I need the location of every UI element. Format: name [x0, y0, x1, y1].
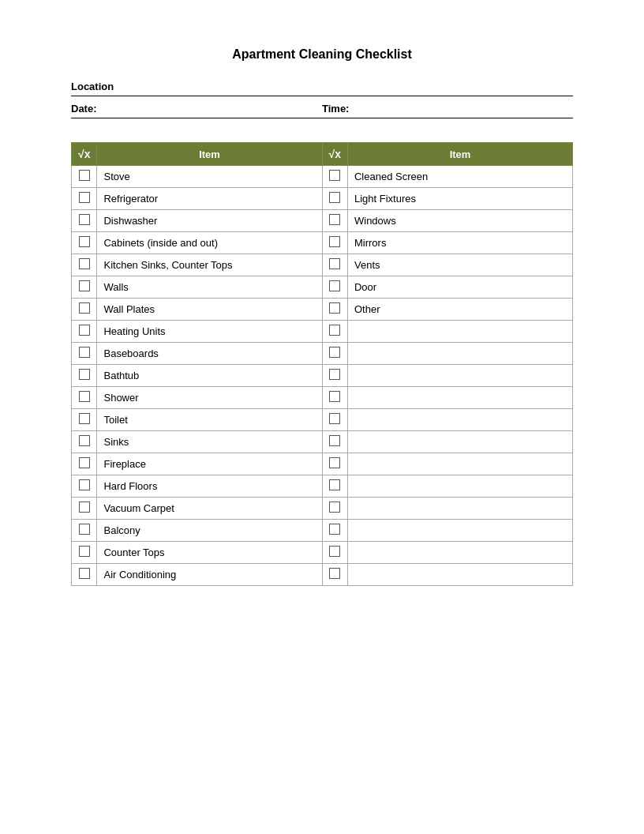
table-row: Heating Units [72, 321, 573, 343]
left-checkbox-cell[interactable] [72, 343, 97, 365]
right-checkbox[interactable] [329, 435, 340, 446]
right-item-cell [347, 343, 572, 365]
right-checkbox-cell[interactable] [322, 254, 347, 276]
left-checkbox-cell[interactable] [72, 188, 97, 210]
right-checkbox-cell[interactable] [322, 210, 347, 232]
right-checkbox[interactable] [329, 391, 340, 402]
right-checkbox-cell[interactable] [322, 343, 347, 365]
right-item-cell [347, 498, 572, 520]
right-checkbox-cell[interactable] [322, 564, 347, 586]
right-checkbox[interactable] [329, 302, 340, 314]
right-item-cell [347, 409, 572, 431]
left-checkbox[interactable] [79, 236, 90, 247]
left-checkbox[interactable] [79, 413, 90, 424]
left-checkbox[interactable] [79, 347, 90, 358]
right-checkbox[interactable] [329, 192, 340, 203]
right-checkbox-cell[interactable] [322, 188, 347, 210]
right-checkbox-cell[interactable] [322, 475, 347, 498]
left-item-cell: Counter Tops [97, 542, 322, 564]
right-item-cell [347, 542, 572, 564]
left-checkbox[interactable] [79, 258, 90, 269]
table-row: Sinks [72, 431, 573, 453]
sqrt-icon-left: √x [78, 148, 90, 160]
left-checkbox[interactable] [79, 457, 90, 468]
left-checkbox[interactable] [79, 391, 90, 402]
left-checkbox[interactable] [79, 214, 90, 225]
table-row: Shower [72, 387, 573, 409]
left-checkbox[interactable] [79, 479, 90, 490]
right-checkbox-cell[interactable] [322, 232, 347, 254]
left-item-cell: Shower [97, 387, 322, 409]
left-checkbox-cell[interactable] [72, 520, 97, 542]
left-checkbox-cell[interactable] [72, 453, 97, 475]
right-checkbox[interactable] [329, 524, 340, 535]
right-checkbox[interactable] [329, 546, 340, 557]
left-item-cell: Bathtub [97, 365, 322, 387]
left-checkbox[interactable] [79, 502, 90, 513]
right-checkbox[interactable] [329, 479, 340, 490]
right-checkbox[interactable] [329, 170, 340, 181]
right-checkbox[interactable] [329, 325, 340, 336]
location-label: Location [71, 81, 114, 92]
right-checkbox[interactable] [329, 258, 340, 269]
table-row: Balcony [72, 520, 573, 542]
right-item-cell: Cleaned Screen [347, 166, 572, 188]
left-checkbox-cell[interactable] [72, 564, 97, 586]
right-checkbox[interactable] [329, 502, 340, 513]
right-checkbox-cell[interactable] [322, 409, 347, 431]
right-checkbox-cell[interactable] [322, 431, 347, 453]
right-checkbox-cell[interactable] [322, 276, 347, 299]
right-item-cell [347, 453, 572, 475]
right-checkbox-cell[interactable] [322, 321, 347, 343]
left-checkbox-cell[interactable] [72, 409, 97, 431]
time-field: Time: [322, 103, 573, 115]
left-checkbox-cell[interactable] [72, 276, 97, 299]
left-checkbox-cell[interactable] [72, 431, 97, 453]
left-item-cell: Hard Floors [97, 475, 322, 498]
left-checkbox[interactable] [79, 325, 90, 336]
table-row: Air Conditioning [72, 564, 573, 586]
left-checkbox-cell[interactable] [72, 321, 97, 343]
left-checkbox[interactable] [79, 192, 90, 203]
left-checkbox-cell[interactable] [72, 232, 97, 254]
left-checkbox[interactable] [79, 280, 90, 291]
table-row: Bathtub [72, 365, 573, 387]
left-checkbox-cell[interactable] [72, 542, 97, 564]
right-checkbox[interactable] [329, 457, 340, 468]
right-checkbox-cell[interactable] [322, 387, 347, 409]
right-checkbox-cell[interactable] [322, 166, 347, 188]
right-checkbox[interactable] [329, 236, 340, 247]
location-section: Location [71, 81, 573, 92]
left-checkbox[interactable] [79, 369, 90, 380]
right-item-cell: Windows [347, 210, 572, 232]
right-checkbox-cell[interactable] [322, 520, 347, 542]
right-checkbox[interactable] [329, 214, 340, 225]
left-checkbox[interactable] [79, 302, 90, 314]
right-checkbox[interactable] [329, 568, 340, 579]
left-checkbox[interactable] [79, 568, 90, 579]
left-checkbox[interactable] [79, 170, 90, 181]
right-checkbox-cell[interactable] [322, 365, 347, 387]
left-item-cell: Sinks [97, 431, 322, 453]
right-checkbox-cell[interactable] [322, 453, 347, 475]
left-item-cell: Air Conditioning [97, 564, 322, 586]
left-checkbox[interactable] [79, 435, 90, 446]
sqrt-icon-right: √x [329, 148, 341, 160]
left-checkbox-cell[interactable] [72, 254, 97, 276]
right-checkbox-cell[interactable] [322, 299, 347, 321]
right-checkbox[interactable] [329, 369, 340, 380]
right-checkbox[interactable] [329, 347, 340, 358]
left-checkbox[interactable] [79, 546, 90, 557]
left-checkbox-cell[interactable] [72, 365, 97, 387]
left-checkbox-cell[interactable] [72, 475, 97, 498]
left-checkbox-cell[interactable] [72, 210, 97, 232]
left-checkbox-cell[interactable] [72, 166, 97, 188]
right-checkbox[interactable] [329, 280, 340, 291]
right-checkbox[interactable] [329, 413, 340, 424]
left-checkbox-cell[interactable] [72, 498, 97, 520]
right-checkbox-cell[interactable] [322, 542, 347, 564]
left-checkbox-cell[interactable] [72, 299, 97, 321]
right-checkbox-cell[interactable] [322, 498, 347, 520]
left-checkbox[interactable] [79, 524, 90, 535]
left-checkbox-cell[interactable] [72, 387, 97, 409]
